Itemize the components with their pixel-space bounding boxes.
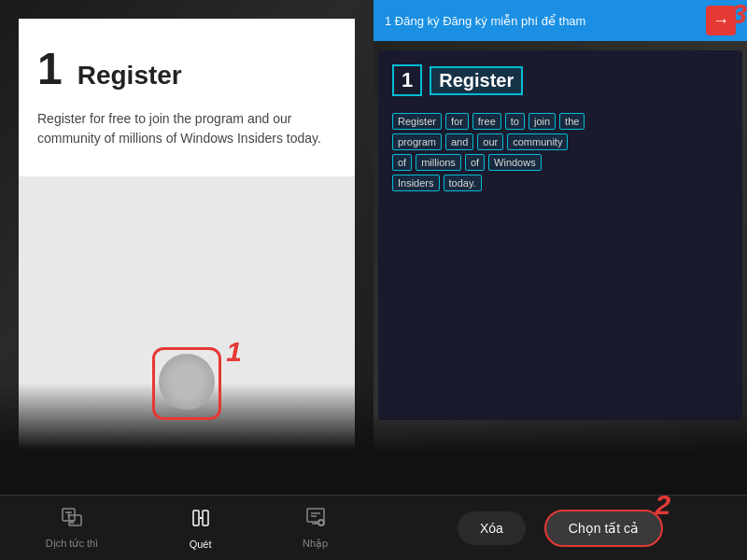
ocr-line-3: of millions of Windows (392, 154, 728, 171)
ocr-word: Insiders (392, 175, 440, 191)
ocr-word: of (392, 154, 412, 171)
ocr-word: of (465, 154, 485, 171)
ocr-register-title: Register (430, 66, 523, 95)
toolbar-item-dich[interactable]: Dịch tức thì (46, 506, 98, 550)
toolbar-item-quet[interactable]: Quét (190, 507, 212, 550)
ocr-line-2: program and our community (392, 133, 728, 150)
ocr-screen: 1 Register Register for free to join the… (378, 50, 742, 420)
ocr-word: program (392, 133, 442, 150)
left-panel: 1 Register Register for free to join the… (0, 0, 374, 560)
register-number: 1 (37, 47, 63, 91)
svg-rect-3 (203, 511, 208, 525)
ocr-word: join (529, 113, 556, 130)
register-desc: Register for free to join the program an… (37, 109, 336, 148)
nhap-icon (304, 506, 327, 534)
ocr-word: the (559, 113, 585, 130)
ocr-word: today. (444, 175, 482, 191)
step-2-badge: 2 (655, 489, 670, 521)
right-bottom-bar: Xóa Chọn tất cả 2 (374, 495, 747, 560)
step-3-badge: 3 (731, 0, 747, 30)
nhap-label: Nhập (303, 538, 328, 550)
ocr-word: to (505, 113, 525, 130)
capture-button-wrapper[interactable]: 1 (152, 347, 221, 420)
top-bar-text: 1 Đăng ký Đăng ký miễn phí để tham (385, 14, 698, 28)
capture-area: 1 (152, 347, 221, 420)
quet-label: Quét (190, 539, 212, 550)
left-camera-view: 1 Register Register for free to join the… (0, 0, 374, 495)
ocr-word: Windows (488, 154, 542, 171)
bottom-toolbar: Dịch tức thì Quét (0, 495, 374, 560)
ocr-word: for (445, 113, 469, 130)
dich-label: Dịch tức thì (46, 538, 98, 550)
right-dark-overlay (374, 411, 747, 495)
dich-icon (61, 506, 83, 534)
ocr-word: our (477, 133, 503, 150)
toolbar-item-nhap[interactable]: Nhập (303, 506, 328, 550)
right-camera-view: 1 Register Register for free to join the… (374, 41, 747, 495)
chon-tat-ca-wrapper: Chọn tất cả 2 (544, 510, 663, 547)
register-title: Register (78, 61, 182, 91)
chon-tat-ca-button[interactable]: Chọn tất cả (544, 510, 663, 547)
ocr-line-4: Insiders today. (392, 175, 728, 191)
register-section: 1 Register Register for free to join the… (19, 19, 355, 176)
ocr-word: millions (416, 154, 461, 171)
right-panel: 1 Đăng ký Đăng ký miễn phí để tham → 3 1… (374, 0, 747, 560)
ocr-word: Register (392, 113, 442, 130)
top-bar: 1 Đăng ký Đăng ký miễn phí để tham → 3 (374, 0, 747, 41)
quet-icon (190, 507, 212, 535)
ocr-word: free (472, 113, 501, 130)
ocr-word: and (445, 133, 473, 150)
step-1-badge: 1 (226, 336, 242, 368)
ocr-line-1: Register for free to join the (392, 113, 728, 130)
capture-button[interactable] (159, 354, 215, 410)
svg-rect-2 (193, 511, 199, 525)
ocr-word: community (507, 133, 568, 150)
arrow-right-icon: → (712, 11, 729, 31)
ocr-number: 1 (392, 64, 422, 96)
xoa-button[interactable]: Xóa (458, 511, 526, 545)
